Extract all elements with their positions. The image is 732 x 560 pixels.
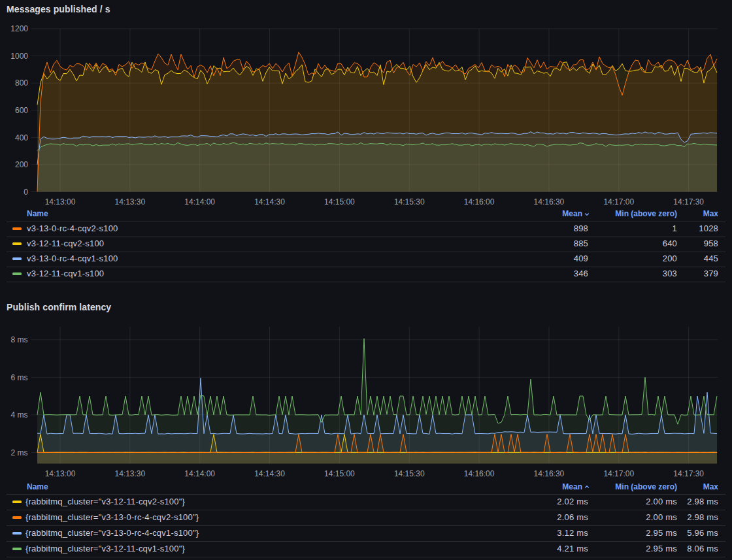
svg-text:4 ms: 4 ms (10, 410, 27, 420)
svg-text:14:17:00: 14:17:00 (603, 197, 634, 206)
svg-text:400: 400 (15, 133, 28, 142)
svg-text:14:15:00: 14:15:00 (324, 469, 355, 478)
svg-text:14:13:30: 14:13:30 (114, 469, 145, 478)
svg-text:14:13:00: 14:13:00 (45, 469, 76, 478)
svg-text:14:16:00: 14:16:00 (464, 197, 495, 206)
svg-text:1000: 1000 (10, 52, 28, 61)
svg-text:14:15:00: 14:15:00 (324, 197, 355, 206)
svg-text:0: 0 (24, 188, 28, 197)
svg-text:14:13:00: 14:13:00 (45, 197, 76, 206)
svg-text:600: 600 (15, 106, 28, 115)
svg-text:8 ms: 8 ms (10, 335, 27, 344)
svg-text:14:15:30: 14:15:30 (394, 197, 425, 206)
svg-text:14:14:00: 14:14:00 (184, 469, 215, 478)
svg-text:14:15:30: 14:15:30 (394, 469, 425, 478)
svg-text:14:16:30: 14:16:30 (534, 469, 565, 478)
svg-text:14:14:30: 14:14:30 (254, 469, 285, 478)
svg-text:200: 200 (15, 160, 28, 169)
svg-text:6 ms: 6 ms (10, 373, 27, 382)
svg-text:14:17:00: 14:17:00 (603, 469, 634, 478)
svg-text:14:16:30: 14:16:30 (534, 197, 565, 206)
svg-text:14:14:30: 14:14:30 (254, 197, 285, 206)
svg-text:1200: 1200 (10, 24, 28, 33)
svg-text:14:17:30: 14:17:30 (673, 469, 704, 478)
svg-text:14:17:30: 14:17:30 (673, 197, 704, 206)
svg-text:14:16:00: 14:16:00 (464, 469, 495, 478)
svg-text:14:13:30: 14:13:30 (114, 197, 145, 206)
svg-text:800: 800 (15, 78, 28, 88)
svg-text:14:14:00: 14:14:00 (184, 197, 215, 206)
svg-text:2 ms: 2 ms (10, 448, 27, 457)
